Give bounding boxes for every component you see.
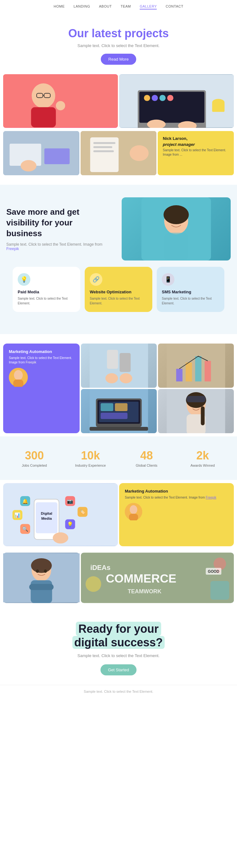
nick-larson-card: Nick Larson, project manager Sample text…	[158, 131, 234, 175]
card-description: Sample text. Click to select the Text El…	[163, 148, 229, 157]
stat-awards-number: 2k	[175, 449, 231, 462]
visibility-heading: Save more and get visibility for your bu…	[6, 207, 115, 239]
svg-text:💡: 💡	[67, 521, 73, 527]
cta-section: Ready for your digital success? Sample t…	[0, 606, 237, 685]
svg-rect-46	[205, 361, 211, 381]
svg-text:iDEAs: iDEAs	[90, 564, 111, 571]
stat-jobs-label: Jobs Completed	[6, 464, 63, 467]
service-card-paid-media: 💡 Paid Media Sample text. Click to selec…	[12, 267, 80, 312]
read-more-button[interactable]: Read More	[101, 54, 136, 65]
nav-landing[interactable]: LANDING	[73, 4, 90, 9]
svg-text:Digital: Digital	[41, 511, 52, 515]
svg-point-11	[152, 95, 158, 101]
sms-icon: 📱	[162, 273, 174, 286]
svg-point-10	[144, 95, 150, 101]
stat-jobs-number: 300	[6, 449, 63, 462]
service-card-website: 🔗 Website Optimization Sample text. Clic…	[85, 267, 152, 312]
service-desc-paid: Sample text. Click to select the Text El…	[18, 296, 75, 306]
gallery-image-overhead	[3, 131, 79, 175]
svg-rect-17	[212, 103, 225, 112]
service-cards: 💡 Paid Media Sample text. Click to selec…	[6, 260, 231, 321]
svg-rect-51	[90, 427, 148, 431]
paid-media-icon: 💡	[18, 273, 30, 286]
footer-text: Sample text. Click to select the Text El…	[84, 690, 153, 693]
nav-about[interactable]: ABOUT	[99, 4, 112, 9]
marketing-img-chart	[158, 344, 234, 388]
cta-heading: Ready for your digital success?	[12, 622, 225, 649]
website-icon: 🔗	[90, 273, 102, 286]
digital-media-image: Digital Media 📷 🏷️ 💡 🔔 📊 🔍	[3, 483, 118, 546]
marketing-link[interactable]: Freepik	[26, 361, 36, 364]
svg-point-35	[14, 370, 23, 380]
stat-clients-number: 48	[119, 449, 175, 462]
svg-point-13	[167, 95, 174, 101]
navigation: HOME LANDING ABOUT TEAM GALLERY CONTACT	[0, 0, 237, 14]
svg-rect-20	[44, 148, 69, 164]
gallery-grid-bottom: Nick Larson, project manager Sample text…	[0, 131, 237, 178]
svg-text:📊: 📊	[14, 512, 21, 518]
svg-point-33	[179, 219, 182, 223]
bottom-img-commerce: iDEAs COMMERCE TEAMWORK GOOD	[81, 553, 234, 603]
marketing-section: Marketing Automation Sample text. Click …	[0, 340, 237, 436]
cta-subtitle: Sample text. Click to select the Text El…	[12, 653, 225, 658]
freepik-link[interactable]: Freepik	[6, 247, 19, 251]
nav-home[interactable]: HOME	[54, 4, 65, 9]
marketing-avatar	[9, 368, 28, 387]
visibility-text: Save more and get visibility for your bu…	[6, 207, 115, 251]
svg-point-80	[130, 505, 138, 514]
service-title-sms: SMS Marketing	[162, 289, 219, 294]
gallery-image-laptop	[119, 74, 234, 128]
marketing-card: Marketing Automation Sample text. Click …	[3, 344, 80, 433]
svg-rect-96	[210, 581, 229, 599]
stat-experience: 10k Industry Experience	[63, 449, 119, 467]
svg-point-6	[56, 101, 65, 110]
stat-clients: 48 Global Clients	[119, 449, 175, 467]
nav-team[interactable]: TEAM	[121, 4, 131, 9]
svg-rect-84	[31, 580, 52, 603]
get-started-button[interactable]: Get Started	[100, 664, 137, 675]
visibility-section: Save more and get visibility for your bu…	[0, 185, 237, 334]
svg-point-41	[120, 373, 132, 383]
marketing-img-woman	[158, 389, 234, 433]
svg-text:🔔: 🔔	[22, 498, 28, 504]
svg-rect-24	[93, 142, 115, 144]
svg-text:GOOD: GOOD	[208, 569, 219, 574]
svg-text:COMMERCE: COMMERCE	[106, 572, 176, 585]
svg-point-40	[106, 373, 118, 383]
svg-rect-60	[187, 396, 206, 402]
svg-rect-25	[93, 146, 112, 148]
visibility-image	[122, 197, 231, 260]
svg-rect-54	[101, 413, 128, 419]
bottom-img-man	[3, 553, 80, 603]
svg-rect-59	[201, 406, 205, 425]
svg-text:🔍: 🔍	[22, 526, 28, 532]
marketing-img-phones	[81, 344, 157, 388]
svg-point-21	[21, 160, 36, 172]
marketing-desc: Sample text. Click to select the Text El…	[9, 356, 74, 365]
svg-point-27	[129, 145, 149, 161]
nav-contact[interactable]: CONTACT	[166, 4, 183, 9]
service-title-paid: Paid Media	[18, 289, 75, 294]
visibility-inner: Save more and get visibility for your bu…	[6, 197, 231, 260]
svg-rect-36	[13, 379, 23, 387]
marketing-card-2: Marketing Automation Sample text. Click …	[119, 483, 234, 546]
marketing2-desc: Sample text. Click to select the Text El…	[125, 495, 228, 500]
service-card-sms: 📱 SMS Marketing Sample text. Click to se…	[157, 267, 225, 312]
stat-exp-number: 10k	[63, 449, 119, 462]
stats-section: 300 Jobs Completed 10k Industry Experien…	[0, 436, 237, 480]
card-name: Nick Larson,	[163, 136, 229, 141]
card-role: project manager	[163, 142, 229, 147]
stat-jobs: 300 Jobs Completed	[6, 449, 63, 467]
visibility-description: Sample text. Click to select the Text El…	[6, 242, 115, 251]
nav-gallery[interactable]: GALLERY	[140, 4, 157, 9]
stat-clients-label: Global Clients	[119, 464, 175, 467]
svg-point-32	[171, 219, 174, 223]
svg-rect-44	[186, 363, 192, 381]
hero-subtitle: Sample text. Click to select the Text El…	[6, 43, 231, 48]
gallery-image-notes	[81, 131, 157, 175]
svg-rect-39	[120, 353, 131, 372]
marketing2-link[interactable]: Freepik	[206, 496, 216, 499]
svg-text:🏷️: 🏷️	[79, 509, 86, 515]
stat-exp-label: Industry Experience	[63, 464, 119, 467]
hero-section: Our latest projects Sample text. Click t…	[0, 14, 237, 71]
